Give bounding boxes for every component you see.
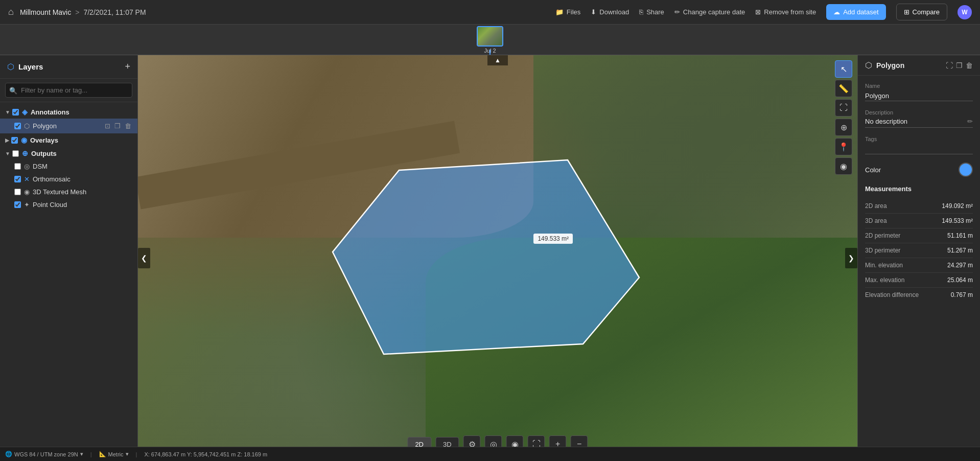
meas-val-2d-area: 149.092 m² [942,202,973,210]
timeline-item[interactable]: Jul 2 [477,26,503,54]
right-panel: ⬡ Polygon ⛶ ❐ 🗑 Name Description No desc… [857,55,980,461]
tags-label: Tags [865,136,973,142]
point-cloud-item[interactable]: ✦ Point Cloud [0,198,137,211]
meas-key-3d-perimeter: 3D perimeter [865,247,900,254]
right-panel-content: Name Description No description ✏ Tags C… [858,76,980,461]
cursor-tool-button[interactable]: ↖ [835,60,852,78]
color-swatch[interactable] [959,163,973,177]
download-button[interactable]: ⬇ Download [591,8,629,16]
measurement-row-min-elevation: Min. elevation 24.297 m [865,258,973,273]
crs-value: WGS 84 / UTM zone 29N [14,451,78,457]
meas-key-max-elevation: Max. elevation [865,276,904,284]
panel-header-actions: ⛶ ❐ 🗑 [946,61,973,70]
add-dataset-button[interactable]: ☁ Add dataset [826,4,885,20]
measurement-row-elevation-diff: Elevation difference 0.767 m [865,288,973,302]
annotations-label: Annotations [31,108,69,116]
outputs-label: Outputs [31,150,57,157]
measurements-title: Measurements [865,185,973,193]
polygon-icon: ⬡ [24,122,30,130]
timeline-thumbnail[interactable] [477,26,503,47]
change-capture-button[interactable]: ✏ Change capture date [674,8,745,16]
polygon-item[interactable]: ⬡ Polygon ⊡ ❐ 🗑 [0,119,137,133]
map-nav-left-button[interactable]: ❮ [138,248,150,268]
overlays-label: Overlays [30,136,58,144]
cloud-upload-icon: ☁ [833,8,840,16]
crs-chevron: ▾ [80,451,83,457]
pencil-icon: ✏ [674,8,680,16]
meas-val-3d-area: 149.533 m² [942,217,973,224]
map-area[interactable]: 149.533 m² ▲ ❮ ❯ ↖ 📏 ⛶ ⊕ 📍 ◉ 2D 3D ⚙ ◎ ◉… [138,55,857,461]
meas-val-3d-perimeter: 51.267 m [947,247,973,254]
meas-val-max-elevation: 25.064 m [947,276,973,284]
add-layer-button[interactable]: + [125,61,130,72]
polygon-label: Polygon [33,122,104,130]
timeline-connector [489,50,491,55]
measurement-row-2d-perimeter: 2D perimeter 51.161 m [865,228,973,243]
panel-copy-button[interactable]: ❐ [956,61,963,70]
orthomosaic-checkbox[interactable] [14,176,21,182]
compare-icon: ⊞ [904,8,909,16]
measurement-row-max-elevation: Max. elevation 25.064 m [865,273,973,288]
polygon-checkbox[interactable] [14,123,21,129]
3d-mesh-item[interactable]: ◉ 3D Textured Mesh [0,186,137,198]
map-nav-top-button[interactable]: ▲ [487,55,508,65]
meas-key-3d-area: 3D area [865,217,887,224]
panel-delete-button[interactable]: 🗑 [966,61,973,70]
tags-input[interactable] [865,144,973,154]
map-nav-right-button[interactable]: ❯ [845,248,857,268]
meas-val-min-elevation: 24.297 m [947,262,973,269]
overlays-section-header[interactable]: ▶ ◉ Overlays [0,133,137,147]
units-display[interactable]: 📐 Metric ▾ [99,451,129,457]
annotations-checkbox[interactable] [12,109,19,116]
description-label: Description [865,109,973,116]
files-icon: 📁 [555,8,564,16]
overlays-checkbox[interactable] [11,137,18,144]
dsm-icon: ◎ [24,163,30,170]
breadcrumb: Millmount Mavic > 7/2/2021, 11:07 PM [20,8,146,16]
polygon-isolate-button[interactable]: ⊡ [104,121,111,131]
expand-tool-button[interactable]: ⛶ [835,99,852,117]
compare-button[interactable]: ⊞ Compare [896,4,947,20]
dsm-label: DSM [33,163,132,170]
name-input[interactable] [865,91,973,101]
target-tool-button[interactable]: ⊕ [835,119,852,136]
download-icon: ⬇ [591,8,596,16]
right-panel-header: ⬡ Polygon ⛶ ❐ 🗑 [858,55,980,76]
color-row: Color [865,163,973,177]
orthomosaic-item[interactable]: ✕ Orthomosaic [0,173,137,186]
breadcrumb-separator: > [75,8,79,16]
polygon-duplicate-button[interactable]: ❐ [113,121,122,131]
outputs-chevron: ▼ [5,151,10,156]
files-button[interactable]: 📁 Files [555,8,580,16]
crs-display[interactable]: 🌐 WGS 84 / UTM zone 29N ▾ [5,451,83,457]
panel-fullscreen-button[interactable]: ⛶ [946,61,953,70]
polygon-delete-button[interactable]: 🗑 [124,121,132,131]
description-edit-button[interactable]: ✏ [967,118,973,125]
annotations-section-header[interactable]: ▼ ◈ Annotations [0,105,137,119]
search-input[interactable] [5,83,132,98]
dsm-checkbox[interactable] [14,163,21,170]
share-button[interactable]: ⎘ Share [639,8,664,16]
outputs-section-header[interactable]: ▼ ⊕ Outputs [0,147,137,160]
orthomosaic-icon: ✕ [24,175,30,183]
name-field-group: Name [865,83,973,101]
remove-from-site-button[interactable]: ⊠ Remove from site [755,8,816,16]
polygon-actions: ⊡ ❐ 🗑 [104,121,132,131]
point-cloud-checkbox[interactable] [14,201,21,208]
dsm-item[interactable]: ◎ DSM [0,160,137,173]
ruler-tool-button[interactable]: 📏 [835,80,852,97]
orthomosaic-label: Orthomosaic [33,175,132,183]
user-avatar[interactable]: W [958,5,972,19]
coordinates-display: X: 674,863.47 m Y: 5,954,742.451 m Z: 18… [144,451,267,457]
compass-tool-button[interactable]: ◉ [835,157,852,175]
point-cloud-label: Point Cloud [33,201,132,209]
timeline-bar: Jul 2 [0,25,980,55]
overlays-icon: ◉ [21,136,27,144]
annotations-icon: ◈ [22,108,28,116]
site-name[interactable]: Millmount Mavic [20,8,71,16]
home-icon[interactable]: ⌂ [8,7,14,17]
pin-tool-button[interactable]: 📍 [835,138,852,155]
3d-mesh-checkbox[interactable] [14,189,21,195]
outputs-checkbox[interactable] [12,150,19,157]
meas-key-2d-area: 2D area [865,202,887,210]
